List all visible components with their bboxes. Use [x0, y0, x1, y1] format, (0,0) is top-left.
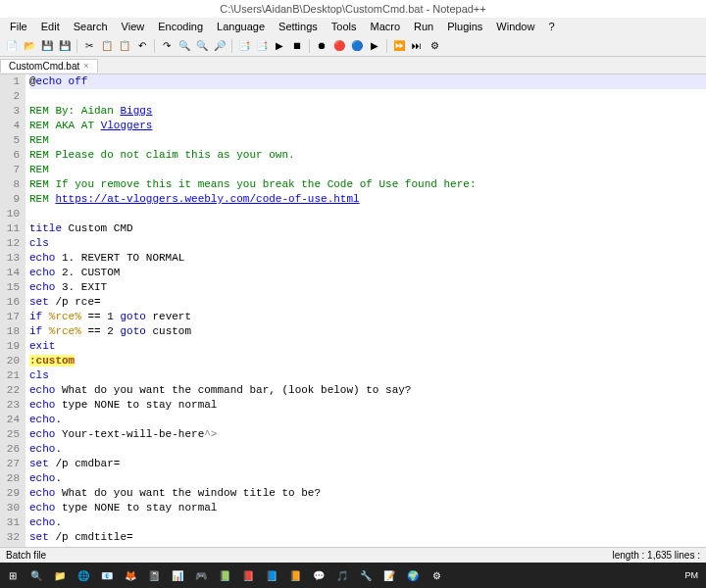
- code-line[interactable]: set /p cmdtitle=: [29, 530, 706, 545]
- toolbar-button-5[interactable]: 📋: [99, 38, 115, 54]
- taskbar-item-1[interactable]: 🔍: [27, 566, 45, 584]
- token: echo: [29, 502, 55, 514]
- taskbar-item-6[interactable]: 📓: [145, 566, 163, 584]
- toolbar-button-22[interactable]: ⚙: [427, 38, 442, 54]
- menu-language[interactable]: Language: [211, 19, 271, 34]
- toolbar-button-17[interactable]: 🔴: [331, 38, 347, 54]
- tab-active[interactable]: CustomCmd.bat ×: [0, 59, 98, 73]
- toolbar-button-12[interactable]: 📑: [236, 38, 252, 54]
- code-line[interactable]: set /p rce=: [29, 295, 706, 310]
- code-line[interactable]: echo.: [29, 515, 706, 530]
- code-line[interactable]: echo type NONE to stay normal: [29, 398, 706, 413]
- taskbar-item-11[interactable]: 📘: [263, 566, 280, 584]
- taskbar-item-18[interactable]: ⚙: [428, 566, 445, 584]
- menu-view[interactable]: View: [116, 19, 151, 34]
- menu-window[interactable]: Window: [490, 19, 540, 34]
- code-line[interactable]: REM AKA AT Vloggers: [29, 119, 706, 133]
- taskbar-item-13[interactable]: 💬: [310, 566, 328, 584]
- taskbar-item-9[interactable]: 📗: [216, 566, 233, 584]
- code-line[interactable]: echo type NONE to stay normal: [29, 501, 706, 515]
- taskbar-item-14[interactable]: 🎵: [333, 566, 351, 584]
- close-icon[interactable]: ×: [83, 61, 88, 71]
- code-line[interactable]: echo Your-text-will-be-here^>: [29, 427, 706, 442]
- toolbar-button-21[interactable]: ⏭: [409, 38, 425, 54]
- menu-edit[interactable]: Edit: [35, 19, 66, 34]
- code-line[interactable]: if %rce% == 2 goto custom: [29, 324, 706, 339]
- code-line[interactable]: exit: [29, 339, 706, 354]
- code-line[interactable]: echo 3. EXIT: [29, 280, 706, 295]
- menu-encoding[interactable]: Encoding: [152, 19, 209, 34]
- line-number: 21: [4, 368, 20, 383]
- taskbar-clock[interactable]: PM: [685, 570, 703, 580]
- toolbar-button-8[interactable]: ↷: [159, 38, 175, 54]
- taskbar-item-2[interactable]: 📁: [51, 566, 69, 584]
- code-line[interactable]: echo.: [29, 442, 706, 457]
- code-line[interactable]: echo 1. REVERT TO NORMAL: [29, 251, 706, 266]
- code-line[interactable]: [29, 89, 706, 104]
- code-line[interactable]: REM Please do not claim this as your own…: [29, 148, 706, 163]
- toolbar-button-2[interactable]: 💾: [39, 38, 55, 54]
- toolbar-button-10[interactable]: 🔍: [194, 38, 210, 54]
- token: cls: [29, 237, 49, 249]
- taskbar-item-12[interactable]: 📙: [286, 566, 304, 584]
- menu-run[interactable]: Run: [408, 19, 439, 34]
- code-line[interactable]: if %rce% == 1 goto revert: [29, 310, 706, 324]
- code-line[interactable]: echo.: [29, 413, 706, 427]
- toolbar-button-3[interactable]: 💾: [57, 38, 73, 54]
- toolbar-button-14[interactable]: ▶: [272, 38, 287, 54]
- editor[interactable]: 1234567891011121314151617181920212223242…: [0, 74, 706, 547]
- taskbar: ⊞🔍📁🌐📧🦊📓📊🎮📗📕📘📙💬🎵🔧📝🌍⚙PM: [0, 563, 706, 588]
- code-line[interactable]: echo What do you want the window title t…: [29, 486, 706, 501]
- taskbar-item-0[interactable]: ⊞: [4, 566, 22, 584]
- toolbar-button-13[interactable]: 📑: [254, 38, 270, 54]
- taskbar-item-8[interactable]: 🎮: [192, 566, 210, 584]
- code-line[interactable]: echo.: [29, 471, 706, 486]
- menu-settings[interactable]: Settings: [273, 19, 324, 34]
- toolbar-button-4[interactable]: ✂: [81, 38, 97, 54]
- code-line[interactable]: REM If you remove this it means you brea…: [29, 177, 706, 192]
- toolbar-button-15[interactable]: ⏹: [289, 38, 305, 54]
- taskbar-item-5[interactable]: 🦊: [122, 566, 139, 584]
- menu-file[interactable]: File: [4, 19, 33, 34]
- toolbar-button-20[interactable]: ⏩: [391, 38, 407, 54]
- toolbar-button-9[interactable]: 🔍: [176, 38, 192, 54]
- menu-?[interactable]: ?: [542, 19, 560, 34]
- menu-tools[interactable]: Tools: [326, 19, 363, 34]
- taskbar-item-3[interactable]: 🌐: [75, 566, 92, 584]
- code-line[interactable]: cls: [29, 368, 706, 383]
- toolbar-button-1[interactable]: 📂: [22, 38, 37, 54]
- code-line[interactable]: :custom: [29, 354, 706, 368]
- code-line[interactable]: @echo off: [29, 74, 706, 89]
- code-line[interactable]: [29, 207, 706, 221]
- code-area[interactable]: @echo off REM By: Aidan BiggsREM AKA AT …: [25, 74, 706, 547]
- menu-plugins[interactable]: Plugins: [441, 19, 488, 34]
- line-number: 9: [4, 192, 20, 207]
- taskbar-item-10[interactable]: 📕: [239, 566, 257, 584]
- taskbar-item-17[interactable]: 🌍: [404, 566, 422, 584]
- toolbar-button-6[interactable]: 📋: [117, 38, 132, 54]
- code-line[interactable]: REM By: Aidan Biggs: [29, 104, 706, 119]
- toolbar-button-0[interactable]: 📄: [4, 38, 20, 54]
- code-line[interactable]: REM https://at-vloggers.weebly.com/code-…: [29, 192, 706, 207]
- menu-search[interactable]: Search: [68, 19, 114, 34]
- code-line[interactable]: set /p cmdbar=: [29, 457, 706, 471]
- menu-macro[interactable]: Macro: [364, 19, 406, 34]
- taskbar-item-4[interactable]: 📧: [98, 566, 116, 584]
- code-line[interactable]: echo What do you want the command bar, (…: [29, 383, 706, 398]
- code-line[interactable]: echo 2. CUSTOM: [29, 266, 706, 280]
- token: :custom: [29, 355, 75, 367]
- code-line[interactable]: REM: [29, 163, 706, 177]
- taskbar-item-16[interactable]: 📝: [380, 566, 398, 584]
- status-right: length : 1,635 lines :: [612, 550, 700, 561]
- taskbar-item-15[interactable]: 🔧: [357, 566, 375, 584]
- code-line[interactable]: REM: [29, 133, 706, 148]
- toolbar-button-11[interactable]: 🔎: [212, 38, 227, 54]
- code-line[interactable]: title Custom CMD: [29, 221, 706, 236]
- toolbar-button-7[interactable]: ↶: [134, 38, 150, 54]
- line-number: 31: [4, 515, 20, 530]
- toolbar-button-16[interactable]: ⏺: [314, 38, 329, 54]
- toolbar-button-19[interactable]: ▶: [367, 38, 382, 54]
- taskbar-item-7[interactable]: 📊: [169, 566, 186, 584]
- toolbar-button-18[interactable]: 🔵: [349, 38, 365, 54]
- code-line[interactable]: cls: [29, 236, 706, 251]
